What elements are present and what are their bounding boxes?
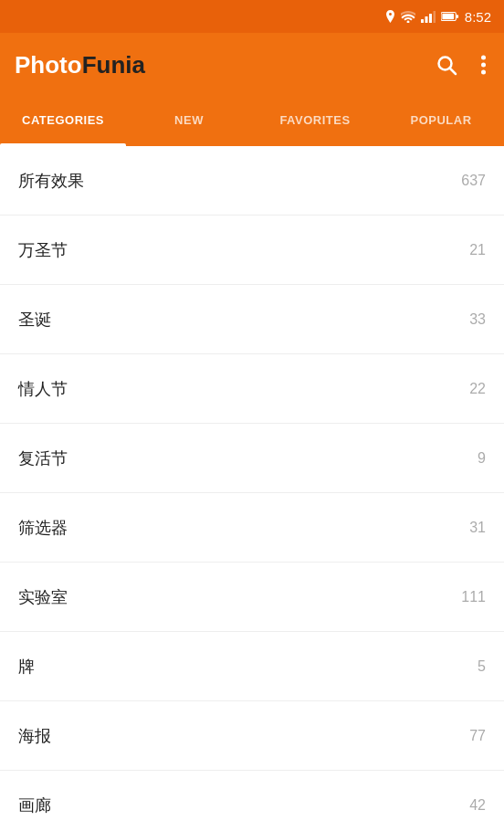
list-item[interactable]: 牌 5 xyxy=(0,632,504,701)
app-header: PhotoFunia xyxy=(0,33,504,97)
category-count: 22 xyxy=(469,381,486,397)
location-icon xyxy=(385,10,395,24)
category-name: 圣诞 xyxy=(18,309,51,331)
tab-bar: CATEGORIES NEW FAVORITES POPULAR xyxy=(0,97,504,146)
svg-rect-0 xyxy=(421,19,424,23)
category-count: 9 xyxy=(478,450,486,467)
tab-new[interactable]: NEW xyxy=(126,97,252,146)
status-time: 8:52 xyxy=(465,9,491,25)
app-logo: PhotoFunia xyxy=(15,51,145,79)
list-item[interactable]: 情人节 22 xyxy=(0,354,504,424)
category-name: 复活节 xyxy=(18,447,68,469)
list-item[interactable]: 万圣节 21 xyxy=(0,216,504,285)
category-count: 31 xyxy=(469,520,486,536)
category-count: 111 xyxy=(461,589,486,605)
tab-popular[interactable]: POPULAR xyxy=(378,97,504,146)
logo-funia: Funia xyxy=(82,51,145,79)
svg-rect-5 xyxy=(442,14,454,19)
svg-rect-1 xyxy=(425,16,427,23)
svg-line-8 xyxy=(450,68,457,75)
category-name: 牌 xyxy=(18,656,35,678)
category-count: 77 xyxy=(469,728,486,744)
svg-rect-6 xyxy=(457,15,458,18)
search-button[interactable] xyxy=(432,50,461,79)
logo-photo: Photo xyxy=(15,51,82,79)
category-name: 情人节 xyxy=(18,378,68,400)
category-count: 33 xyxy=(469,311,486,328)
signal-icon xyxy=(421,11,436,23)
list-item[interactable]: 所有效果 637 xyxy=(0,146,504,216)
category-name: 海报 xyxy=(18,725,51,747)
more-options-button[interactable] xyxy=(478,51,489,79)
list-item[interactable]: 海报 77 xyxy=(0,701,504,771)
list-item[interactable]: 圣诞 33 xyxy=(0,285,504,354)
category-name: 筛选器 xyxy=(18,517,68,539)
svg-point-10 xyxy=(481,63,486,68)
tab-categories[interactable]: CATEGORIES xyxy=(0,97,126,146)
category-name: 画廊 xyxy=(18,794,51,816)
tab-favorites[interactable]: FAVORITES xyxy=(252,97,378,146)
category-name: 所有效果 xyxy=(18,170,84,192)
svg-point-11 xyxy=(481,70,486,75)
svg-rect-3 xyxy=(433,11,436,23)
list-item[interactable]: 画廊 42 xyxy=(0,771,504,831)
more-options-icon xyxy=(481,55,486,75)
wifi-icon xyxy=(401,11,415,23)
svg-rect-2 xyxy=(429,14,432,23)
list-item[interactable]: 筛选器 31 xyxy=(0,493,504,563)
status-icons: 8:52 xyxy=(385,9,491,25)
header-actions xyxy=(432,50,489,79)
category-name: 万圣节 xyxy=(18,239,68,261)
svg-point-9 xyxy=(481,56,486,60)
battery-icon xyxy=(441,11,459,22)
category-name: 实验室 xyxy=(18,586,68,608)
category-list: 所有效果 637 万圣节 21 圣诞 33 情人节 22 复活节 9 筛选器 3… xyxy=(0,146,504,831)
list-item[interactable]: 复活节 9 xyxy=(0,424,504,493)
status-bar: 8:52 xyxy=(0,0,504,33)
category-count: 5 xyxy=(478,658,486,675)
category-count: 21 xyxy=(469,242,486,258)
search-icon xyxy=(436,54,457,76)
list-item[interactable]: 实验室 111 xyxy=(0,563,504,632)
category-count: 42 xyxy=(469,797,486,814)
category-count: 637 xyxy=(461,173,486,189)
